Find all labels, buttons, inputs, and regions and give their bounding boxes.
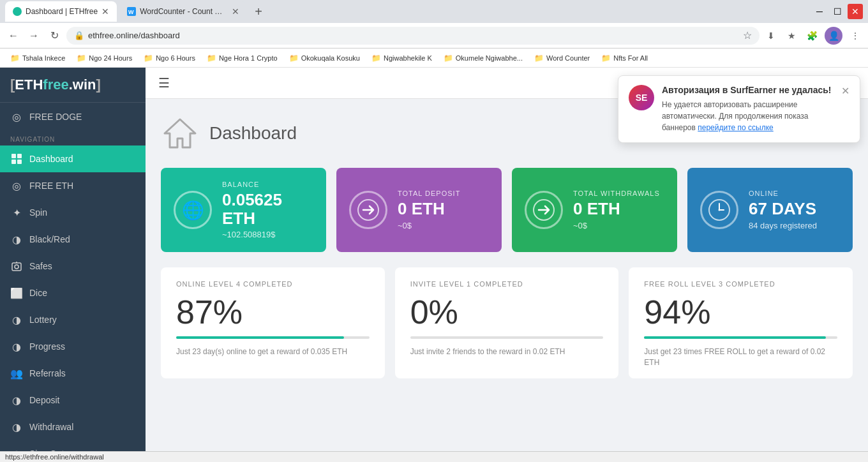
bookmark-label-4: Nge Hora 1 Crypto	[219, 54, 278, 62]
close-button[interactable]: ✕	[848, 4, 863, 19]
status-bar: https://ethfree.online/withdrawal	[0, 451, 868, 462]
folder-icon-2: 📁	[77, 54, 86, 63]
deposit-card-icon	[349, 191, 387, 229]
referrals-icon: 👥	[10, 367, 23, 380]
freeroll-progress-desc: Just get 23 times FREE ROLL to get a rew…	[644, 346, 837, 368]
online-content: ONLINE 67 DAYS 84 days registered	[749, 190, 840, 230]
tab-favicon	[13, 7, 22, 16]
online-progress-track	[176, 336, 370, 339]
withdrawal-icon: ◑	[10, 421, 23, 433]
logo-eth: ETH	[15, 77, 43, 93]
tab-close-button[interactable]: ✕	[101, 6, 109, 17]
deposit-card: TOTAL DEPOSIT 0 ETH ~0$	[336, 168, 502, 252]
online-sub: 84 days registered	[749, 221, 840, 230]
tab-wordcounter[interactable]: W WordCounter - Count Words &... ✕	[119, 1, 247, 22]
black-red-icon: ◑	[10, 233, 23, 246]
browser-controls: ← → ↻ 🔒 ethfree.online/dashboard ☆ ⬇ ★ 🧩…	[0, 23, 868, 48]
bookmark-ngo24[interactable]: 📁 Ngo 24 Hours	[71, 52, 137, 64]
deposit-label: TOTAL DEPOSIT	[398, 190, 489, 197]
forward-button[interactable]: →	[26, 27, 42, 44]
star-icon[interactable]: ★	[784, 28, 799, 43]
minimize-button[interactable]: ─	[812, 4, 827, 19]
balance-amount: 0.05625	[222, 190, 282, 209]
back-button[interactable]: ←	[5, 27, 22, 44]
tab-dashboard[interactable]: Dashboard | ETHfree ✕	[5, 1, 117, 22]
online-label: ONLINE	[749, 190, 840, 197]
svg-point-7	[15, 265, 19, 269]
invite-progress-pct: 0%	[410, 293, 604, 331]
reload-button[interactable]: ↻	[46, 27, 63, 44]
sidebar-item-spin[interactable]: ✦ Spin	[0, 199, 146, 226]
deposit-value: 0 ETH	[398, 200, 489, 218]
profile-icon[interactable]: 👤	[825, 27, 842, 45]
spin-icon: ✦	[10, 206, 23, 219]
sidebar-item-safes[interactable]: Safes	[0, 253, 146, 279]
lottery-icon: ◑	[10, 313, 23, 326]
dice-label: Dice	[29, 288, 47, 298]
logo-win: .win	[69, 77, 96, 93]
tab-close-button-2[interactable]: ✕	[232, 6, 239, 17]
notification-popup: SE Авторизация в SurfEarner не удалась! …	[618, 75, 860, 143]
sidebar-item-free-doge[interactable]: ◎ FREE DOGE	[0, 103, 146, 131]
sidebar-item-withdrawal[interactable]: ◑ Withdrawal	[0, 414, 146, 440]
freeroll-progress-label: FREE ROLL LEVEL 3 COMPLETED	[644, 280, 837, 288]
sidebar-item-black-red[interactable]: ◑ Black/Red	[0, 226, 146, 253]
bookmark-tshala[interactable]: 📁 Tshala Inkece	[5, 52, 70, 64]
sidebar-item-dashboard[interactable]: Dashboard	[0, 145, 146, 172]
new-tab-button[interactable]: +	[250, 3, 267, 20]
free-doge-icon: ◎	[10, 110, 23, 123]
bookmark-word-counter[interactable]: 📁 Word Counter	[529, 52, 595, 64]
sidebar-item-deposit[interactable]: ◑ Deposit	[0, 387, 146, 414]
notification-title: Авторизация в SurfEarner не удалась!	[662, 85, 834, 95]
dice-icon: ⬜	[10, 287, 23, 299]
page-title: Dashboard	[209, 123, 297, 144]
address-text: ethfree.online/dashboard	[88, 31, 412, 40]
sidebar-item-free-eth[interactable]: ◎ FREE ETH	[0, 172, 146, 199]
freeroll-progress-track	[644, 336, 837, 339]
freeroll-progress-pct: 94%	[644, 293, 837, 331]
menu-icon[interactable]: ⋮	[848, 28, 863, 43]
hamburger-button[interactable]: ☰	[158, 75, 170, 91]
bookmark-okokuqala[interactable]: 📁 Okokuqala Kosuku	[284, 52, 365, 64]
free-doge-label: FREE DOGE	[29, 112, 82, 122]
notification-close-button[interactable]: ✕	[841, 85, 849, 133]
svg-text:W: W	[128, 9, 134, 15]
freeroll-progress-card: FREE ROLL LEVEL 3 COMPLETED 94% Just get…	[629, 267, 853, 378]
sidebar-item-progress[interactable]: ◑ Progress	[0, 333, 146, 360]
folder-icon-8: 📁	[534, 54, 544, 63]
bookmarks-bar: 📁 Tshala Inkece 📁 Ngo 24 Hours 📁 Ngo 6 H…	[0, 48, 868, 68]
sidebar-item-lottery[interactable]: ◑ Lottery	[0, 306, 146, 333]
bookmark-nge-hora[interactable]: 📁 Nge Hora 1 Crypto	[202, 52, 283, 64]
black-red-label: Black/Red	[29, 234, 70, 244]
deposit-label: Deposit	[29, 395, 59, 405]
bookmark-ngo6[interactable]: 📁 Ngo 6 Hours	[138, 52, 200, 64]
maximize-button[interactable]: ☐	[830, 4, 845, 19]
notification-content: Авторизация в SurfEarner не удалась! Не …	[662, 85, 834, 133]
address-bar[interactable]: 🔒 ethfree.online/dashboard ☆	[66, 27, 760, 45]
bookmark-label: Tshala Inkece	[22, 54, 65, 62]
bookmark-ngiwabhekile[interactable]: 📁 Ngiwabhekile K	[366, 52, 437, 64]
svg-rect-3	[17, 154, 22, 158]
sidebar-item-referrals[interactable]: 👥 Referrals	[0, 360, 146, 387]
sidebar-item-dice[interactable]: ⬜ Dice	[0, 279, 146, 306]
bookmark-nfts[interactable]: 📁 Nfts For All	[596, 52, 653, 64]
safes-icon	[10, 260, 23, 272]
balance-icon: 🌐	[174, 191, 212, 229]
app-container: [ETHfree.win] ◎ FREE DOGE NAVIGATION Das…	[0, 68, 868, 462]
bookmark-star[interactable]: ☆	[743, 29, 752, 41]
folder-icon-7: 📁	[444, 54, 453, 63]
online-card-icon	[700, 191, 738, 229]
notification-link[interactable]: перейдите по ссылке	[698, 123, 774, 132]
sidebar: [ETHfree.win] ◎ FREE DOGE NAVIGATION Das…	[0, 68, 146, 462]
extensions-icon[interactable]: 🧩	[804, 28, 819, 43]
folder-icon-9: 📁	[601, 54, 611, 63]
dashboard-icon	[10, 153, 23, 165]
bookmark-label-8: Word Counter	[546, 54, 590, 62]
downloads-icon[interactable]: ⬇	[763, 28, 779, 43]
withdrawals-card: TOTAL WITHDRAWALS 0 ETH ~0$	[512, 168, 677, 252]
tab-title-2: WordCounter - Count Words &...	[140, 7, 228, 16]
bookmark-okumele[interactable]: 📁 Okumele Ngiwabhe...	[438, 52, 528, 64]
online-progress-fill	[176, 336, 344, 339]
invite-progress-label: INVITE LEVEL 1 COMPLETED	[410, 280, 604, 288]
dashboard-label: Dashboard	[29, 154, 73, 164]
